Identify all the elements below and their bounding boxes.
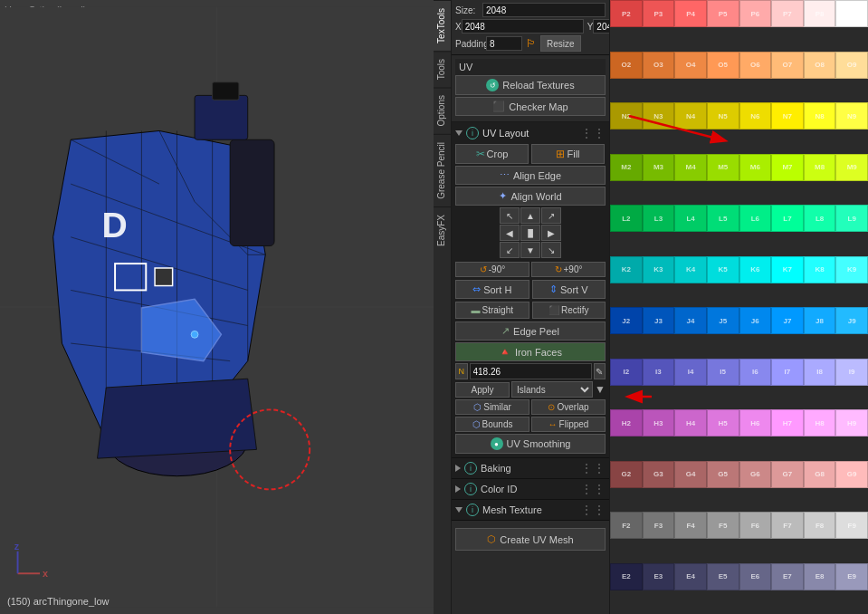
color-cell[interactable]: J6 bbox=[739, 307, 772, 334]
color-cell[interactable]: L6 bbox=[739, 205, 772, 232]
reload-textures-button[interactable]: ↺ Reload Textures bbox=[455, 75, 606, 95]
baking-header[interactable]: i Baking ⋮⋮ bbox=[452, 458, 609, 478]
color-cell[interactable]: J9 bbox=[835, 307, 868, 334]
color-cell[interactable]: M3 bbox=[643, 154, 675, 181]
color-cell[interactable]: L9 bbox=[835, 205, 868, 232]
color-cell[interactable]: I7 bbox=[771, 359, 804, 386]
color-cell[interactable]: F7 bbox=[771, 512, 804, 539]
color-cell[interactable]: K2 bbox=[610, 256, 643, 283]
color-cell[interactable]: E4 bbox=[674, 563, 707, 590]
color-cell[interactable]: F8 bbox=[804, 512, 836, 539]
rotate-neg90-button[interactable]: ↺ -90° bbox=[455, 262, 529, 277]
color-cell[interactable]: F4 bbox=[674, 512, 707, 539]
arrow-up-left[interactable]: ↖ bbox=[500, 207, 520, 224]
overlap-button[interactable]: ⊙ Overlap bbox=[531, 399, 606, 415]
color-cell[interactable]: O7 bbox=[771, 52, 804, 79]
color-cell[interactable]: P7 bbox=[771, 0, 804, 27]
color-cell[interactable]: H5 bbox=[707, 409, 739, 437]
color-cell[interactable]: N9 bbox=[835, 102, 868, 130]
uv-smoothing-button[interactable]: ● UV Smoothing bbox=[455, 434, 606, 454]
color-cell[interactable]: M8 bbox=[804, 154, 836, 181]
color-cell[interactable]: P6 bbox=[739, 0, 772, 27]
color-cell[interactable]: K6 bbox=[739, 256, 772, 283]
color-cell[interactable]: I8 bbox=[804, 359, 836, 386]
checker-map-button[interactable]: ⬛ Checker Map bbox=[455, 97, 606, 116]
color-cell[interactable]: M5 bbox=[707, 154, 739, 181]
color-cell[interactable]: G8 bbox=[804, 461, 836, 488]
color-cell[interactable]: N7 bbox=[771, 102, 804, 130]
crop-button[interactable]: ✂ Crop bbox=[455, 144, 529, 164]
resize-button[interactable]: Resize bbox=[540, 35, 581, 52]
dropdown-arrow[interactable]: ▼ bbox=[595, 383, 606, 396]
color-cell[interactable]: L5 bbox=[707, 205, 739, 232]
viewport[interactable]: User Ortho (Local) D bbox=[0, 0, 434, 614]
padding-input[interactable] bbox=[486, 36, 522, 51]
apply-button[interactable]: Apply bbox=[455, 382, 510, 398]
align-world-button[interactable]: ✦ Align World bbox=[455, 187, 606, 206]
align-edge-button[interactable]: ⋯ Align Edge bbox=[455, 166, 606, 185]
color-cell[interactable]: K3 bbox=[643, 256, 675, 283]
color-cell[interactable]: O5 bbox=[707, 52, 739, 79]
color-cell[interactable]: O9 bbox=[835, 52, 868, 79]
color-cell[interactable]: J3 bbox=[643, 307, 675, 334]
color-cell[interactable]: F3 bbox=[643, 512, 675, 539]
color-cell[interactable]: I2 bbox=[610, 359, 643, 386]
color-cell[interactable]: H3 bbox=[643, 409, 675, 437]
color-cell[interactable]: M6 bbox=[739, 154, 772, 181]
y-value-input[interactable] bbox=[593, 19, 610, 34]
color-cell[interactable]: G9 bbox=[835, 461, 868, 488]
color-cell[interactable]: G3 bbox=[643, 461, 675, 488]
uv-layout-header[interactable]: i UV Layout ⋮⋮ bbox=[455, 126, 606, 140]
color-cell[interactable]: O2 bbox=[610, 52, 643, 79]
color-cell[interactable]: F6 bbox=[739, 512, 772, 539]
color-cell[interactable]: L7 bbox=[771, 205, 804, 232]
sort-h-button[interactable]: ⇔ Sort H bbox=[455, 280, 529, 299]
mesh-texture-header[interactable]: i Mesh Texture ⋮⋮ bbox=[452, 500, 609, 520]
color-cell[interactable]: H7 bbox=[771, 409, 804, 437]
tab-easyfx[interactable]: EasyFX bbox=[434, 206, 451, 254]
color-cell[interactable]: K7 bbox=[771, 256, 804, 283]
color-cell[interactable]: P4 bbox=[674, 0, 707, 27]
color-cell[interactable]: N5 bbox=[707, 102, 739, 130]
color-cell[interactable]: J7 bbox=[771, 307, 804, 334]
color-cell[interactable]: N3 bbox=[643, 102, 675, 130]
color-cell[interactable]: F9 bbox=[835, 512, 868, 539]
color-cell[interactable]: F2 bbox=[610, 512, 643, 539]
islands-select[interactable]: Islands bbox=[511, 381, 593, 398]
color-cell[interactable]: F5 bbox=[707, 512, 739, 539]
color-cell[interactable]: O6 bbox=[739, 52, 772, 79]
bounds-button[interactable]: ⬡ Bounds bbox=[455, 417, 529, 432]
color-cell[interactable]: K4 bbox=[674, 256, 707, 283]
color-cell[interactable]: H8 bbox=[804, 409, 836, 437]
color-cell[interactable]: P3 bbox=[643, 0, 675, 27]
size-value-input[interactable] bbox=[482, 3, 606, 17]
straight-button[interactable]: ▬ Straight bbox=[455, 302, 529, 319]
color-cell[interactable]: N6 bbox=[739, 102, 772, 130]
arrow-left[interactable]: ◀ bbox=[500, 225, 520, 241]
color-cell[interactable]: M9 bbox=[835, 154, 868, 181]
color-cell[interactable]: I9 bbox=[835, 359, 868, 386]
color-cell[interactable]: M2 bbox=[610, 154, 643, 181]
color-cell[interactable]: G5 bbox=[707, 461, 739, 488]
color-cell[interactable]: N4 bbox=[674, 102, 707, 130]
create-uv-mesh-button[interactable]: ⬡ Create UV Mesh bbox=[455, 528, 606, 551]
color-cell[interactable]: O4 bbox=[674, 52, 707, 79]
color-cell[interactable]: H4 bbox=[674, 409, 707, 437]
color-cell[interactable]: H6 bbox=[739, 409, 772, 437]
color-cell[interactable]: G4 bbox=[674, 461, 707, 488]
arrow-down-right[interactable]: ↘ bbox=[541, 242, 561, 258]
flipped-button[interactable]: ↔ Flipped bbox=[531, 417, 606, 432]
value-input-field[interactable] bbox=[470, 363, 592, 379]
color-cell[interactable]: K9 bbox=[835, 256, 868, 283]
color-cell[interactable]: G7 bbox=[771, 461, 804, 488]
color-cell[interactable]: J5 bbox=[707, 307, 739, 334]
color-cell[interactable]: E8 bbox=[804, 563, 836, 590]
color-cell[interactable]: J2 bbox=[610, 307, 643, 334]
color-cell[interactable]: I4 bbox=[674, 359, 707, 386]
color-id-header[interactable]: i Color ID ⋮⋮ bbox=[452, 479, 609, 499]
color-cell[interactable]: H9 bbox=[835, 409, 868, 437]
color-cell[interactable]: M7 bbox=[771, 154, 804, 181]
color-cell[interactable]: L4 bbox=[674, 205, 707, 232]
x-value-input[interactable] bbox=[462, 19, 584, 34]
color-cell[interactable]: J8 bbox=[804, 307, 836, 334]
